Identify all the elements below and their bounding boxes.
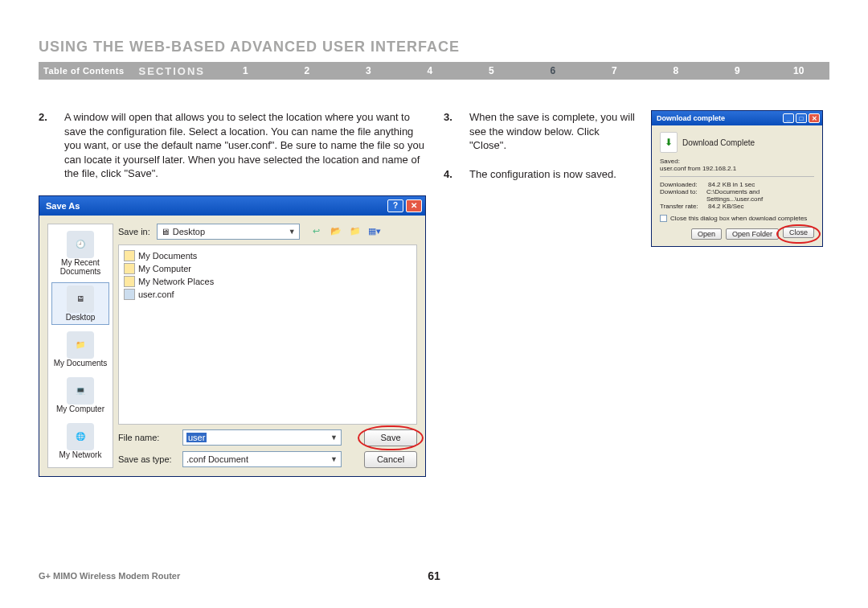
place-recent[interactable]: 🕘My Recent Documents	[51, 228, 109, 279]
step-3: 3. When the save is complete, you will s…	[444, 110, 635, 153]
section-9[interactable]: 9	[706, 65, 768, 76]
section-nav: Table of Contents SECTIONS 1 2 3 4 5 6 7…	[39, 62, 829, 80]
stat-key: Downloaded:	[660, 181, 708, 188]
checkbox-label: Close this dialog box when download comp…	[670, 215, 807, 222]
section-10[interactable]: 10	[768, 65, 830, 76]
chevron-down-icon: ▼	[330, 455, 338, 463]
network-icon: 🌐	[67, 423, 94, 450]
save-in-select[interactable]: 🖥 Desktop ▼	[157, 224, 300, 240]
page-footer: G+ MIMO Wireless Modem Router 61	[39, 571, 829, 581]
maximize-icon[interactable]: □	[796, 113, 807, 123]
file-name-input[interactable]: user ▼	[182, 429, 342, 446]
section-4[interactable]: 4	[399, 65, 461, 76]
section-2[interactable]: 2	[276, 65, 338, 76]
up-folder-icon[interactable]: 📂	[329, 224, 343, 239]
dialog-title: Download complete	[657, 114, 781, 122]
place-desktop[interactable]: 🖥Desktop	[51, 282, 109, 325]
file-list[interactable]: My Documents My Computer My Network Plac…	[118, 244, 417, 425]
places-bar: 🕘My Recent Documents 🖥Desktop 📁My Docume…	[47, 224, 113, 468]
open-folder-button[interactable]: Open Folder	[726, 228, 779, 240]
place-label: My Recent Documents	[52, 258, 108, 276]
sections-label: SECTIONS	[139, 65, 215, 77]
section-3[interactable]: 3	[338, 65, 399, 76]
stat-val: 84.2 KB/Sec	[708, 203, 743, 210]
list-item[interactable]: My Documents	[124, 250, 411, 261]
section-6[interactable]: 6	[522, 65, 584, 76]
folder-icon	[124, 250, 135, 261]
item-label: My Network Places	[138, 277, 214, 286]
save-as-dialog: Save As ? ✕ 🕘My Recent Documents 🖥Deskto…	[39, 195, 426, 477]
stat-key: Transfer rate:	[660, 203, 708, 210]
help-icon[interactable]: ?	[387, 199, 403, 212]
dialog-titlebar[interactable]: Save As ? ✕	[39, 196, 425, 216]
toc-link[interactable]: Table of Contents	[39, 66, 139, 76]
place-mycomputer[interactable]: 💻My Computer	[51, 374, 109, 417]
close-icon[interactable]: ✕	[809, 113, 820, 123]
new-folder-icon[interactable]: 📁	[348, 224, 362, 239]
item-label: My Documents	[138, 251, 197, 261]
open-button[interactable]: Open	[691, 228, 722, 240]
folder-icon: 📁	[67, 331, 94, 359]
chevron-down-icon: ▼	[289, 228, 296, 236]
file-name-value: user	[186, 433, 207, 442]
place-label: My Network	[59, 450, 102, 459]
dialog-titlebar[interactable]: Download complete _ □ ✕	[652, 111, 822, 125]
save-type-value: .conf Document	[186, 454, 248, 464]
stat-val: 84.2 KB in 1 sec	[708, 181, 755, 188]
download-icon: ⬇	[660, 132, 678, 153]
section-7[interactable]: 7	[583, 65, 645, 76]
download-complete-dialog: Download complete _ □ ✕ ⬇ Download Compl…	[651, 110, 823, 247]
step-number: 4.	[444, 167, 455, 182]
place-mydocs[interactable]: 📁My Documents	[51, 328, 109, 371]
step-text: The configuration is now saved.	[469, 167, 616, 182]
list-item[interactable]: My Computer	[124, 263, 411, 274]
step-2: 2. A window will open that allows you to…	[39, 110, 424, 181]
save-button[interactable]: Save	[364, 429, 417, 446]
minimize-icon[interactable]: _	[783, 113, 794, 123]
save-type-label: Save as type:	[118, 454, 176, 464]
download-stats: Downloaded:84.2 KB in 1 sec Download to:…	[660, 181, 814, 210]
item-label: My Computer	[138, 264, 191, 273]
checkbox-icon	[660, 215, 667, 222]
saved-value: user.conf from 192.168.2.1	[660, 165, 814, 172]
page-title: USING THE WEB-BASED ADVANCED USER INTERF…	[39, 39, 829, 55]
step-text: A window will open that allows you to se…	[64, 110, 424, 181]
section-8[interactable]: 8	[645, 65, 707, 76]
place-network[interactable]: 🌐My Network	[51, 420, 109, 462]
close-icon[interactable]: ✕	[406, 199, 422, 212]
step-text: When the save is complete, you will see …	[469, 110, 635, 153]
file-icon	[124, 289, 135, 300]
save-type-select[interactable]: .conf Document ▼	[182, 451, 342, 467]
dialog-title: Save As	[46, 201, 385, 211]
list-item[interactable]: user.conf	[124, 289, 411, 300]
desktop-small-icon: 🖥	[161, 227, 170, 236]
computer-icon	[124, 263, 135, 274]
cancel-button[interactable]: Cancel	[364, 451, 417, 468]
section-links: 1 2 3 4 5 6 7 8 9 10	[215, 65, 829, 76]
page-number: 61	[428, 569, 440, 582]
section-5[interactable]: 5	[461, 65, 522, 76]
item-label: user.conf	[138, 290, 174, 299]
step-number: 3.	[444, 110, 455, 153]
computer-icon: 💻	[67, 377, 94, 405]
file-area: Save in: 🖥 Desktop ▼ ↩ 📂 📁 ▦▾	[118, 224, 417, 468]
product-name: G+ MIMO Wireless Modem Router	[39, 571, 180, 581]
network-icon	[124, 276, 135, 287]
place-label: Desktop	[66, 313, 96, 322]
section-1[interactable]: 1	[215, 65, 276, 76]
file-name-label: File name:	[118, 433, 176, 442]
views-icon[interactable]: ▦▾	[367, 224, 382, 239]
saved-label: Saved:	[660, 158, 814, 165]
step-number: 2.	[39, 110, 50, 181]
stat-val: C:\Documents and Settings...\user.conf	[706, 188, 814, 203]
close-button[interactable]: Close	[783, 227, 814, 238]
list-item[interactable]: My Network Places	[124, 276, 411, 287]
back-icon[interactable]: ↩	[309, 224, 324, 239]
close-checkbox[interactable]: Close this dialog box when download comp…	[660, 215, 814, 222]
step-4: 4. The configuration is now saved.	[444, 167, 635, 182]
chevron-down-icon: ▼	[330, 433, 338, 442]
save-in-value: Desktop	[173, 227, 205, 236]
stat-key: Download to:	[660, 188, 706, 203]
place-label: My Computer	[56, 405, 104, 413]
download-heading: Download Complete	[682, 138, 755, 147]
